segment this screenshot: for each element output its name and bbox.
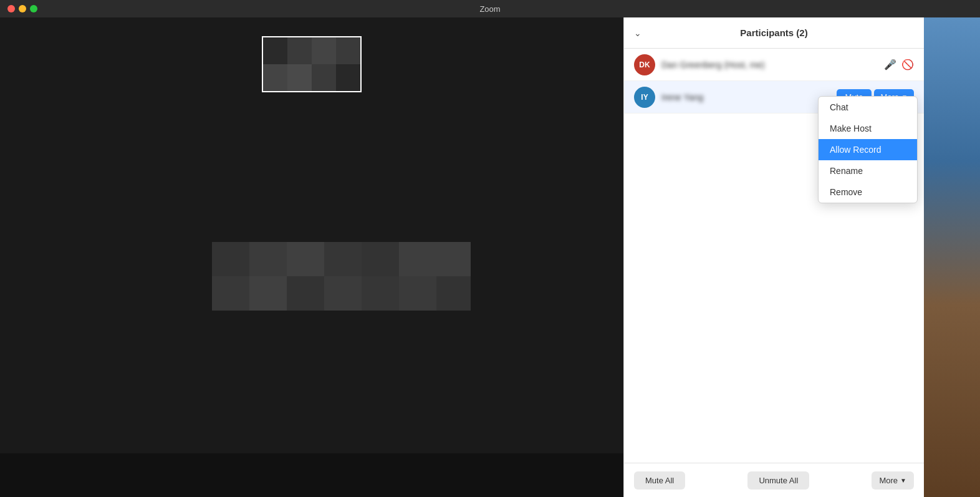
dropdown-item-rename[interactable]: Rename	[819, 160, 917, 181]
chevron-down-icon: ▼	[900, 477, 906, 484]
desktop-wallpaper	[924, 17, 980, 497]
avatar: IY	[634, 87, 655, 108]
participant-name: Irene Yang	[661, 92, 837, 102]
video-cell	[362, 276, 399, 311]
panel-title: Participants (2)	[740, 27, 807, 38]
mute-all-button[interactable]: Mute All	[634, 471, 685, 490]
participant-icons: 🎤 🚫	[884, 59, 914, 70]
dropdown-item-remove[interactable]: Remove	[819, 181, 917, 203]
window-title: Zoom	[479, 4, 500, 14]
video-aside-block	[436, 242, 471, 311]
unmute-all-button[interactable]: Unmute All	[747, 471, 809, 490]
traffic-lights	[7, 5, 37, 12]
video-cell	[324, 276, 362, 311]
dropdown-item-allow-record[interactable]: Allow Record	[819, 139, 917, 160]
close-button[interactable]	[7, 5, 15, 12]
video-cell	[312, 37, 336, 64]
panel-footer: Mute All Unmute All More ▼	[624, 463, 924, 497]
video-cell	[263, 64, 287, 91]
video-cell	[263, 37, 287, 64]
panel-header: ⌄ Participants (2)	[624, 17, 924, 49]
video-cell	[399, 276, 436, 311]
video-cell	[249, 276, 287, 311]
video-canvas	[0, 17, 623, 453]
video-cell	[324, 242, 362, 276]
video-cell	[287, 276, 324, 311]
video-cell	[436, 276, 471, 311]
video-main-block	[212, 242, 436, 311]
collapse-chevron-icon[interactable]: ⌄	[634, 28, 641, 38]
participant-row: DK Dan Greenberg (Host, me) 🎤 🚫	[624, 49, 924, 81]
video-cell	[212, 242, 249, 276]
video-cell	[287, 242, 324, 276]
video-cell	[212, 276, 249, 311]
maximize-button[interactable]	[30, 5, 37, 12]
participants-panel: ⌄ Participants (2) DK Dan Greenberg (Hos…	[623, 17, 924, 497]
video-cell	[249, 242, 287, 276]
video-cell	[287, 64, 312, 91]
participant-name: Dan Greenberg (Host, me)	[661, 60, 884, 70]
video-off-icon: 🚫	[901, 59, 914, 70]
video-cell	[312, 64, 336, 91]
video-cell	[436, 242, 471, 276]
video-cell	[287, 37, 312, 64]
dropdown-item-make-host[interactable]: Make Host	[819, 118, 917, 139]
dropdown-menu: Chat Make Host Allow Record Rename Remov…	[818, 96, 918, 203]
video-cell	[362, 242, 399, 276]
video-area	[0, 17, 623, 497]
minimize-button[interactable]	[19, 5, 26, 12]
main-area: ⌄ Participants (2) DK Dan Greenberg (Hos…	[0, 17, 980, 497]
video-cell	[336, 37, 360, 64]
video-cell	[336, 64, 360, 91]
video-cell	[399, 242, 436, 276]
footer-more-button[interactable]: More ▼	[872, 471, 914, 490]
microphone-icon: 🎤	[884, 59, 896, 70]
avatar: DK	[634, 54, 655, 75]
video-thumbnail-top	[262, 36, 362, 92]
title-bar: Zoom	[0, 0, 980, 17]
dropdown-item-chat[interactable]: Chat	[819, 97, 917, 118]
video-toolbar	[0, 453, 623, 497]
